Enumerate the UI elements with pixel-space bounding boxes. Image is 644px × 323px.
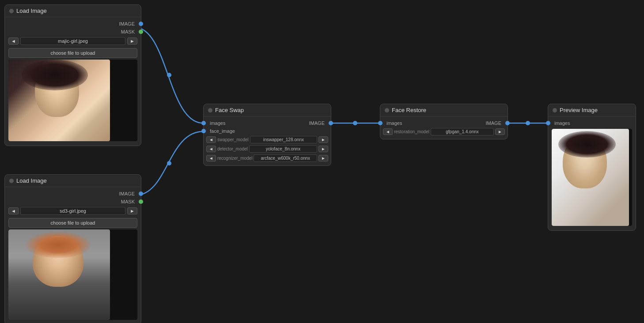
- face-restore-model-next-btn[interactable]: ►: [495, 128, 505, 135]
- load-image-1-preview: [8, 60, 137, 141]
- load-image-1-filename: majic-girl.jpeg: [20, 37, 125, 45]
- face-restore-image-out-label: IMAGE: [486, 120, 501, 126]
- load-image-1-status-dot: [9, 9, 14, 13]
- face-swap-recognizer-next-btn[interactable]: ►: [318, 155, 328, 162]
- face-swap-node: Face Swap images IMAGE face_image ◄ swap…: [203, 104, 331, 166]
- load-image-1-mask-label: MASK: [121, 29, 135, 34]
- face-swap-header: Face Swap: [204, 104, 331, 116]
- load-image-2-filename: sd3-girl.jpeg: [20, 207, 125, 215]
- load-image-2-next-btn[interactable]: ►: [127, 207, 137, 214]
- face-restore-node: Face Restore images IMAGE ◄ restoration_…: [380, 104, 508, 139]
- face-swap-swapper-model-row: ◄ swapper_model inswapper_128.onnx ►: [204, 135, 331, 144]
- face-swap-detector-next-btn[interactable]: ►: [318, 146, 328, 152]
- preview-image-preview: [552, 129, 632, 226]
- load-image-2-img: [8, 229, 110, 320]
- face-swap-recognizer-prev-btn[interactable]: ◄: [206, 155, 216, 162]
- svg-point-0: [167, 73, 171, 77]
- face-restore-model-value: gfpgan_1.4.onnx: [431, 128, 494, 135]
- load-image-1-img: [8, 60, 110, 141]
- face-swap-face-image-in-dot: [201, 129, 206, 133]
- load-image-1-mask-dot: [139, 30, 143, 34]
- face-swap-detector-label: detector_model: [217, 146, 248, 151]
- preview-image-body: images: [548, 116, 636, 230]
- face-restore-model-label: restoration_model: [394, 129, 429, 134]
- load-image-1-header: Load Image: [5, 5, 141, 17]
- load-image-2-mask-port: MASK: [5, 198, 141, 206]
- load-image-node-1: Load Image IMAGE MASK ◄ majic-girl.jpeg …: [4, 4, 141, 146]
- face-restore-model-row: ◄ restoration_model gfpgan_1.4.onnx ►: [380, 127, 508, 136]
- face-swap-face-image-label: face_image: [210, 128, 235, 134]
- face-swap-detector-prev-btn[interactable]: ◄: [206, 146, 216, 152]
- preview-image-header: Preview Image: [548, 104, 636, 116]
- load-image-2-title: Load Image: [16, 177, 47, 184]
- face-swap-recognizer-model-row: ◄ recognizer_model arcface_w600k_r50.onn…: [204, 154, 331, 163]
- face-swap-image-out-label: IMAGE: [309, 120, 325, 126]
- load-image-1-image-port: IMAGE: [5, 20, 141, 28]
- preview-image-img: [552, 129, 629, 226]
- svg-point-1: [167, 161, 171, 165]
- load-image-2-body: IMAGE MASK ◄ sd3-girl.jpeg ► choose file…: [5, 187, 141, 323]
- preview-image-images-in-dot: [546, 121, 550, 125]
- load-image-1-image-label: IMAGE: [119, 21, 135, 26]
- preview-image-images-port: images: [548, 119, 636, 127]
- svg-point-3: [526, 121, 530, 125]
- face-restore-image-out-dot: [505, 121, 510, 125]
- face-swap-image-out-dot: [329, 121, 333, 125]
- load-image-1-upload-btn[interactable]: choose file to upload: [8, 48, 137, 58]
- preview-image-images-label: images: [554, 120, 570, 126]
- face-restore-status-dot: [385, 108, 389, 113]
- face-restore-model-prev-btn[interactable]: ◄: [383, 128, 393, 135]
- face-restore-images-in-dot: [378, 121, 383, 125]
- load-image-2-status-dot: [9, 179, 14, 183]
- load-image-2-image-port: IMAGE: [5, 190, 141, 198]
- load-image-1-title: Load Image: [16, 8, 47, 14]
- face-swap-images-label: images: [210, 120, 225, 126]
- face-swap-face-image-port: face_image: [204, 127, 331, 135]
- face-swap-recognizer-label: recognizer_model: [217, 156, 253, 161]
- preview-image-title: Preview Image: [560, 107, 598, 113]
- load-image-1-next-btn[interactable]: ►: [127, 38, 137, 45]
- face-swap-recognizer-value: arcface_w600k_r50.onnx: [254, 154, 317, 162]
- svg-point-2: [353, 121, 357, 125]
- load-image-1-body: IMAGE MASK ◄ majic-girl.jpeg ► choose fi…: [5, 17, 141, 146]
- load-image-2-file-control: ◄ sd3-girl.jpeg ►: [5, 206, 141, 216]
- face-swap-swapper-label: swapper_model: [217, 137, 249, 142]
- preview-image-node: Preview Image images: [548, 104, 636, 231]
- load-image-2-preview: [8, 229, 137, 320]
- load-image-2-prev-btn[interactable]: ◄: [8, 207, 19, 214]
- face-swap-swapper-prev-btn[interactable]: ◄: [206, 136, 216, 143]
- face-restore-images-port: images IMAGE: [380, 119, 508, 127]
- load-image-1-mask-port: MASK: [5, 28, 141, 36]
- face-restore-body: images IMAGE ◄ restoration_model gfpgan_…: [380, 116, 508, 139]
- load-image-1-image-dot: [139, 22, 143, 26]
- load-image-2-image-label: IMAGE: [119, 191, 135, 196]
- load-image-1-prev-btn[interactable]: ◄: [8, 38, 19, 45]
- face-swap-title: Face Swap: [215, 107, 244, 113]
- face-swap-images-in-dot: [201, 121, 206, 125]
- face-swap-detector-value: yoloface_8n.onnx: [249, 145, 317, 153]
- load-image-1-file-control: ◄ majic-girl.jpeg ►: [5, 36, 141, 46]
- face-restore-header: Face Restore: [380, 104, 508, 116]
- preview-image-status-dot: [553, 108, 557, 113]
- face-restore-title: Face Restore: [392, 107, 426, 113]
- face-swap-status-dot: [208, 108, 212, 113]
- load-image-2-mask-label: MASK: [121, 199, 135, 204]
- face-swap-images-port: images IMAGE: [204, 119, 331, 127]
- load-image-2-header: Load Image: [5, 175, 141, 187]
- face-swap-swapper-next-btn[interactable]: ►: [318, 136, 328, 143]
- load-image-2-mask-dot: [139, 199, 143, 204]
- face-restore-images-label: images: [386, 120, 402, 126]
- face-swap-detector-model-row: ◄ detector_model yoloface_8n.onnx ►: [204, 144, 331, 154]
- face-swap-swapper-value: inswapper_128.onnx: [250, 136, 318, 143]
- face-swap-body: images IMAGE face_image ◄ swapper_model …: [204, 116, 331, 165]
- load-image-2-upload-btn[interactable]: choose file to upload: [8, 218, 137, 228]
- load-image-node-2: Load Image IMAGE MASK ◄ sd3-girl.jpeg ► …: [4, 174, 141, 323]
- load-image-2-image-dot: [139, 192, 143, 196]
